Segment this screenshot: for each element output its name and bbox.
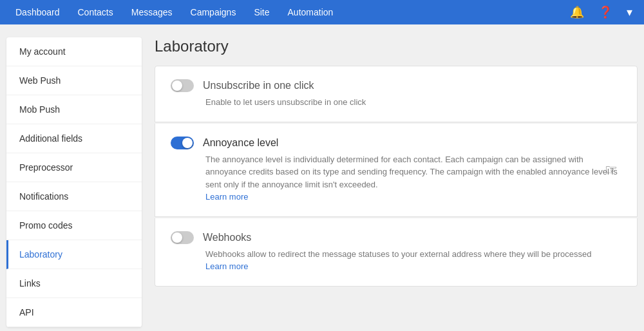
- setting-header-webhooks: Webhooks: [171, 231, 621, 244]
- sidebar-item-links[interactable]: Links: [6, 269, 142, 298]
- sidebar-item-laboratory[interactable]: Laboratory: [6, 240, 142, 269]
- nav-right-icons: 🔔 ❓ ▾: [565, 0, 638, 24]
- chevron-down-icon[interactable]: ▾: [621, 0, 638, 24]
- sidebar-item-web-push[interactable]: Web Push: [6, 66, 142, 95]
- sidebar-item-preprocessor[interactable]: Preprocessor: [6, 153, 142, 182]
- learn-more-annoyance-link[interactable]: Learn more: [205, 192, 248, 202]
- toggle-webhooks[interactable]: [171, 231, 194, 244]
- sidebar-item-promo-codes[interactable]: Promo codes: [6, 211, 142, 240]
- setting-header-annoyance: Annoyance level: [171, 137, 621, 149]
- help-icon[interactable]: ❓: [593, 0, 618, 24]
- top-nav: Dashboard Contacts Messages Campaigns Si…: [0, 0, 644, 24]
- setting-desc-unsubscribe: Enable to let users unsubscribe in one c…: [205, 96, 621, 109]
- nav-campaigns[interactable]: Campaigns: [182, 0, 245, 24]
- page-wrap: My account Web Push Mob Push Additional …: [0, 24, 644, 331]
- setting-title-unsubscribe: Unsubscribe in one click: [203, 80, 314, 91]
- setting-card-unsubscribe: Unsubscribe in one click Enable to let u…: [155, 66, 638, 122]
- setting-card-webhooks: Webhooks Webhooks allow to redirect the …: [155, 218, 638, 287]
- toggle-unsubscribe[interactable]: [171, 79, 194, 92]
- setting-title-annoyance: Annoyance level: [203, 137, 278, 149]
- setting-desc-webhooks: Webhooks allow to redirect the message s…: [205, 248, 621, 273]
- sidebar: My account Web Push Mob Push Additional …: [6, 37, 142, 327]
- setting-desc-annoyance: The annoyance level is individually dete…: [205, 153, 621, 203]
- sidebar-item-api[interactable]: API: [6, 298, 142, 327]
- nav-site[interactable]: Site: [245, 0, 278, 24]
- sidebar-item-additional-fields[interactable]: Additional fields: [6, 124, 142, 153]
- setting-card-annoyance: Annoyance level The annoyance level is i…: [155, 124, 638, 217]
- nav-dashboard[interactable]: Dashboard: [6, 0, 69, 24]
- main-content: Laboratory Unsubscribe in one click Enab…: [155, 37, 638, 288]
- page-title: Laboratory: [155, 37, 638, 55]
- nav-automation[interactable]: Automation: [279, 0, 343, 24]
- sidebar-item-my-account[interactable]: My account: [6, 37, 142, 66]
- nav-messages[interactable]: Messages: [122, 0, 182, 24]
- sidebar-item-notifications[interactable]: Notifications: [6, 182, 142, 211]
- learn-more-webhooks-link[interactable]: Learn more: [205, 261, 248, 271]
- nav-contacts[interactable]: Contacts: [69, 0, 122, 24]
- bell-icon[interactable]: 🔔: [565, 0, 589, 24]
- setting-title-webhooks: Webhooks: [203, 232, 251, 243]
- setting-header-unsubscribe: Unsubscribe in one click: [171, 79, 621, 92]
- sidebar-item-mob-push[interactable]: Mob Push: [6, 95, 142, 124]
- toggle-annoyance[interactable]: [171, 137, 194, 149]
